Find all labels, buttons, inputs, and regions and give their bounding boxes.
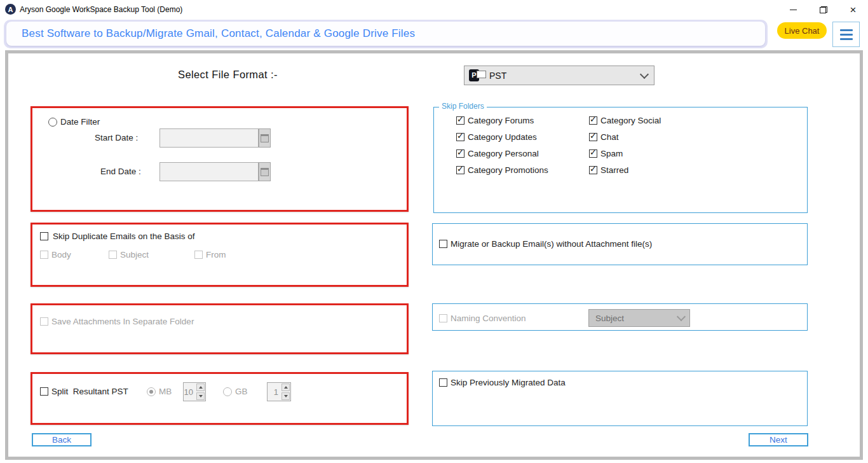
split-pst-group: Split Resultant PST MB 10 GB 1 [31, 372, 409, 425]
checkbox-chat[interactable]: ✓ [589, 133, 597, 141]
end-date-input[interactable] [159, 162, 259, 181]
check-icon: ✓ [457, 148, 464, 156]
next-button[interactable]: Next [749, 433, 808, 446]
file-format-selected-value: PST [489, 71, 641, 81]
file-format-select[interactable]: P PST [464, 66, 654, 85]
file-format-label: Select File Format :- [178, 69, 278, 81]
migrate-without-attachments-group: Migrate or Backup Email(s) without Attac… [432, 223, 808, 265]
app-logo-icon: A [5, 4, 16, 15]
skip-duplicates-label: Skip Duplicate Emails on the Basis of [53, 232, 195, 241]
live-chat-button[interactable]: Live Chat [777, 22, 827, 39]
naming-convention-label: Naming Convention [451, 314, 526, 323]
split-pst-label: Split Resultant PST [51, 387, 128, 396]
start-date-calendar-button[interactable] [259, 128, 271, 148]
checkbox-category-promotions[interactable]: ✓ [456, 166, 465, 174]
mb-radio[interactable] [147, 387, 156, 396]
label-spam: Spam [600, 149, 623, 158]
calendar-icon [261, 168, 269, 176]
spinner-arrows [196, 383, 205, 401]
start-date-label: Start Date : [95, 133, 138, 142]
label-category-social: Category Social [600, 116, 661, 125]
label-category-updates: Category Updates [468, 132, 537, 142]
check-icon: ✓ [457, 132, 464, 140]
duplicate-from-label: From [206, 250, 226, 259]
check-icon: ✓ [590, 115, 597, 123]
date-filter-radio[interactable] [48, 118, 57, 127]
naming-convention-selected-value: Subject [595, 314, 678, 323]
label-category-personal: Category Personal [468, 149, 539, 158]
skip-previous-group: Skip Previously Migrated Data [432, 371, 808, 426]
envelope-icon [477, 71, 486, 78]
duplicate-body-checkbox[interactable] [40, 251, 48, 259]
gb-radio[interactable] [223, 387, 232, 396]
date-filter-label: Date Filter [60, 117, 100, 127]
skip-previous-checkbox[interactable] [439, 378, 447, 387]
duplicate-subject-label: Subject [120, 250, 149, 259]
checkbox-category-updates[interactable]: ✓ [456, 133, 465, 141]
checkbox-category-social[interactable]: ✓ [589, 116, 597, 125]
split-pst-checkbox[interactable] [40, 387, 48, 396]
back-button[interactable]: Back [32, 433, 92, 446]
calendar-icon [261, 134, 269, 142]
gb-size-spinner[interactable]: 1 [267, 382, 291, 401]
minimize-button[interactable] [778, 0, 808, 19]
save-attachments-label: Save Attachments In Separate Folder [51, 317, 194, 326]
mb-label: MB [159, 387, 172, 396]
label-chat: Chat [600, 132, 619, 142]
gb-size-value: 1 [268, 383, 281, 401]
save-attachments-checkbox[interactable] [40, 317, 48, 326]
arrow-down-icon [199, 395, 203, 397]
hamburger-icon [840, 29, 853, 40]
duplicate-body-label: Body [51, 250, 71, 259]
mb-size-spinner[interactable]: 10 [183, 382, 206, 401]
arrow-down-icon [284, 395, 288, 397]
naming-convention-select[interactable]: Subject [588, 309, 690, 327]
close-button[interactable]: × [838, 0, 868, 19]
label-category-promotions: Category Promotions [468, 165, 548, 175]
chevron-down-icon [677, 312, 686, 321]
end-date-label: End Date : [100, 167, 141, 176]
restore-button[interactable] [808, 0, 838, 19]
checkbox-category-forums[interactable]: ✓ [456, 116, 465, 125]
minimize-icon [790, 10, 797, 10]
checkbox-category-personal[interactable]: ✓ [456, 149, 465, 158]
menu-button[interactable] [832, 22, 860, 47]
migrate-without-attachments-label: Migrate or Backup Email(s) without Attac… [451, 239, 652, 249]
restore-icon [820, 6, 827, 13]
arrow-up-icon [199, 386, 203, 389]
naming-convention-checkbox[interactable] [439, 314, 447, 322]
skip-duplicates-checkbox[interactable] [40, 232, 48, 240]
label-category-forums: Category Forums [468, 116, 534, 125]
spinner-arrows [281, 383, 290, 401]
spinner-down-button[interactable] [281, 392, 290, 400]
close-icon: × [850, 4, 857, 15]
skip-folders-title: Skip Folders [439, 102, 487, 111]
check-icon: ✓ [590, 132, 597, 140]
naming-convention-group: Naming Convention Subject [432, 303, 808, 331]
title-bar: A Aryson Google WorkSpace Backup Tool (D… [0, 0, 868, 19]
date-filter-group: Date Filter Start Date : End Date : [31, 106, 409, 212]
spinner-down-button[interactable] [196, 392, 205, 400]
banner-headline: Best Software to Backup/Migrate Gmail, C… [22, 27, 415, 40]
gb-label: GB [235, 387, 248, 396]
check-icon: ✓ [590, 165, 597, 173]
check-icon: ✓ [457, 165, 464, 173]
checkbox-spam[interactable]: ✓ [589, 149, 597, 158]
skip-folders-group: Skip Folders ✓ Category Forums ✓ Categor… [433, 107, 808, 213]
checkbox-starred[interactable]: ✓ [589, 166, 597, 174]
save-attachments-group: Save Attachments In Separate Folder [31, 303, 409, 354]
spinner-up-button[interactable] [281, 384, 290, 391]
chevron-down-icon [640, 69, 649, 78]
label-starred: Starred [600, 165, 628, 175]
app-title: Aryson Google WorkSpace Backup Tool (Dem… [20, 5, 182, 14]
spinner-up-button[interactable] [196, 384, 205, 391]
skip-duplicates-group: Skip Duplicate Emails on the Basis of Bo… [31, 223, 409, 287]
mb-size-value: 10 [184, 383, 196, 401]
migrate-without-attachments-checkbox[interactable] [439, 240, 447, 248]
end-date-calendar-button[interactable] [259, 162, 271, 181]
duplicate-subject-checkbox[interactable] [109, 251, 117, 259]
banner: Best Software to Backup/Migrate Gmail, C… [6, 22, 765, 46]
start-date-input[interactable] [159, 128, 259, 148]
duplicate-from-checkbox[interactable] [194, 251, 203, 259]
pst-file-icon: P [469, 69, 488, 83]
